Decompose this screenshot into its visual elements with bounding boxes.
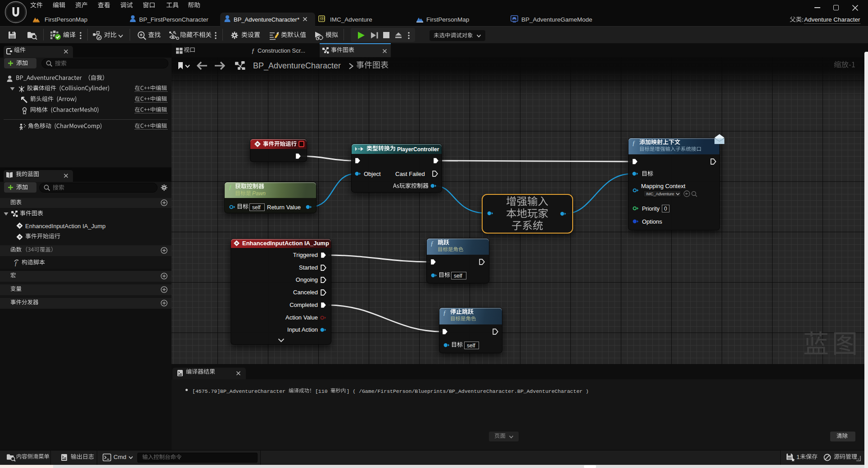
- svg-text:f: f: [15, 260, 18, 266]
